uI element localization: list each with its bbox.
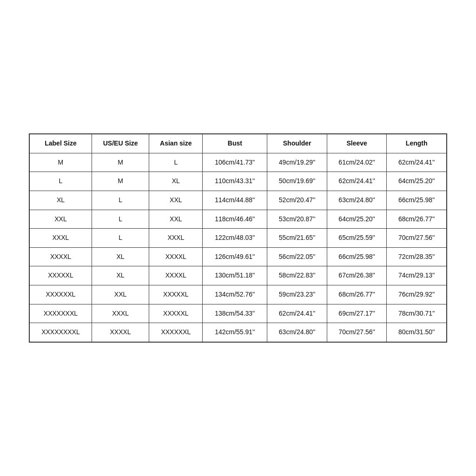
cell-us_eu_size: L [92, 210, 149, 229]
cell-length: 64cm/25.20'' [387, 172, 447, 191]
cell-us_eu_size: M [92, 153, 149, 172]
cell-shoulder: 58cm/22.83'' [267, 266, 327, 285]
cell-us_eu_size: M [92, 172, 149, 191]
table-row: XXXXXXXLXXXLXXXXXL138cm/54.33''62cm/24.4… [30, 304, 447, 323]
table-row: LMXL110cm/43.31''50cm/19.69''62cm/24.41'… [30, 172, 447, 191]
cell-length: 76cm/29.92'' [387, 285, 447, 304]
cell-us_eu_size: XL [92, 247, 149, 266]
cell-sleeve: 67cm/26.38'' [327, 266, 387, 285]
cell-label_size: M [30, 153, 92, 172]
cell-shoulder: 53cm/20.87'' [267, 210, 327, 229]
cell-asian_size: XL [149, 172, 203, 191]
table-header-row: Label Size US/EU Size Asian size Bust Sh… [30, 134, 447, 153]
cell-bust: 134cm/52.76'' [203, 285, 267, 304]
cell-bust: 110cm/43.31'' [203, 172, 267, 191]
cell-asian_size: XXL [149, 210, 203, 229]
cell-us_eu_size: XXXL [92, 304, 149, 323]
cell-length: 80cm/31.50'' [387, 323, 447, 342]
cell-shoulder: 62cm/24.41'' [267, 304, 327, 323]
table-row: XXLLXXL118cm/46.46''53cm/20.87''64cm/25.… [30, 210, 447, 229]
cell-shoulder: 56cm/22.05'' [267, 247, 327, 266]
cell-label_size: XL [30, 191, 92, 210]
cell-length: 62cm/24.41'' [387, 153, 447, 172]
cell-asian_size: XXXL [149, 229, 203, 248]
cell-shoulder: 63cm/24.80'' [267, 323, 327, 342]
col-header-label-size: Label Size [30, 134, 92, 153]
cell-sleeve: 64cm/25.20'' [327, 210, 387, 229]
cell-length: 68cm/26.77'' [387, 210, 447, 229]
col-header-asian-size: Asian size [149, 134, 203, 153]
cell-bust: 138cm/54.33'' [203, 304, 267, 323]
cell-bust: 126cm/49.61'' [203, 247, 267, 266]
cell-label_size: XXXXXXXXL [30, 323, 92, 342]
cell-label_size: XXXXL [30, 247, 92, 266]
cell-bust: 130cm/51.18'' [203, 266, 267, 285]
cell-asian_size: XXXXXXL [149, 323, 203, 342]
cell-bust: 118cm/46.46'' [203, 210, 267, 229]
cell-asian_size: L [149, 153, 203, 172]
cell-label_size: XXXL [30, 229, 92, 248]
cell-sleeve: 69cm/27.17'' [327, 304, 387, 323]
cell-shoulder: 59cm/23.23'' [267, 285, 327, 304]
cell-sleeve: 65cm/25.59'' [327, 229, 387, 248]
cell-length: 72cm/28.35'' [387, 247, 447, 266]
cell-bust: 114cm/44.88'' [203, 191, 267, 210]
cell-length: 74cm/29.13'' [387, 266, 447, 285]
cell-us_eu_size: XXXXL [92, 323, 149, 342]
cell-label_size: XXXXXXXL [30, 304, 92, 323]
size-chart-container: Label Size US/EU Size Asian size Bust Sh… [29, 133, 447, 343]
cell-asian_size: XXXXXL [149, 285, 203, 304]
table-row: XXXXXLXLXXXXL130cm/51.18''58cm/22.83''67… [30, 266, 447, 285]
cell-us_eu_size: XL [92, 266, 149, 285]
table-row: MML106cm/41.73''49cm/19.29''61cm/24.02''… [30, 153, 447, 172]
cell-us_eu_size: L [92, 191, 149, 210]
cell-asian_size: XXL [149, 191, 203, 210]
cell-sleeve: 66cm/25.98'' [327, 247, 387, 266]
cell-sleeve: 63cm/24.80'' [327, 191, 387, 210]
cell-sleeve: 68cm/26.77'' [327, 285, 387, 304]
table-row: XXXXXXLXXLXXXXXL134cm/52.76''59cm/23.23'… [30, 285, 447, 304]
cell-bust: 106cm/41.73'' [203, 153, 267, 172]
cell-bust: 122cm/48.03'' [203, 229, 267, 248]
cell-shoulder: 55cm/21.65'' [267, 229, 327, 248]
table-row: XXXXLXLXXXXL126cm/49.61''56cm/22.05''66c… [30, 247, 447, 266]
cell-label_size: XXXXXXL [30, 285, 92, 304]
col-header-bust: Bust [203, 134, 267, 153]
cell-shoulder: 50cm/19.69'' [267, 172, 327, 191]
cell-length: 66cm/25.98'' [387, 191, 447, 210]
table-row: XXXXXXXXLXXXXLXXXXXXL142cm/55.91''63cm/2… [30, 323, 447, 342]
table-row: XLLXXL114cm/44.88''52cm/20.47''63cm/24.8… [30, 191, 447, 210]
cell-shoulder: 52cm/20.47'' [267, 191, 327, 210]
cell-label_size: XXXXXL [30, 266, 92, 285]
cell-sleeve: 61cm/24.02'' [327, 153, 387, 172]
cell-sleeve: 62cm/24.41'' [327, 172, 387, 191]
cell-us_eu_size: XXL [92, 285, 149, 304]
col-header-length: Length [387, 134, 447, 153]
cell-bust: 142cm/55.91'' [203, 323, 267, 342]
col-header-shoulder: Shoulder [267, 134, 327, 153]
cell-asian_size: XXXXL [149, 266, 203, 285]
table-row: XXXLLXXXL122cm/48.03''55cm/21.65''65cm/2… [30, 229, 447, 248]
cell-length: 78cm/30.71'' [387, 304, 447, 323]
cell-us_eu_size: L [92, 229, 149, 248]
cell-shoulder: 49cm/19.29'' [267, 153, 327, 172]
cell-label_size: XXL [30, 210, 92, 229]
cell-sleeve: 70cm/27.56'' [327, 323, 387, 342]
cell-label_size: L [30, 172, 92, 191]
size-chart-table: Label Size US/EU Size Asian size Bust Sh… [29, 134, 447, 342]
cell-asian_size: XXXXXL [149, 304, 203, 323]
col-header-sleeve: Sleeve [327, 134, 387, 153]
cell-length: 70cm/27.56'' [387, 229, 447, 248]
cell-asian_size: XXXXL [149, 247, 203, 266]
col-header-us-eu-size: US/EU Size [92, 134, 149, 153]
